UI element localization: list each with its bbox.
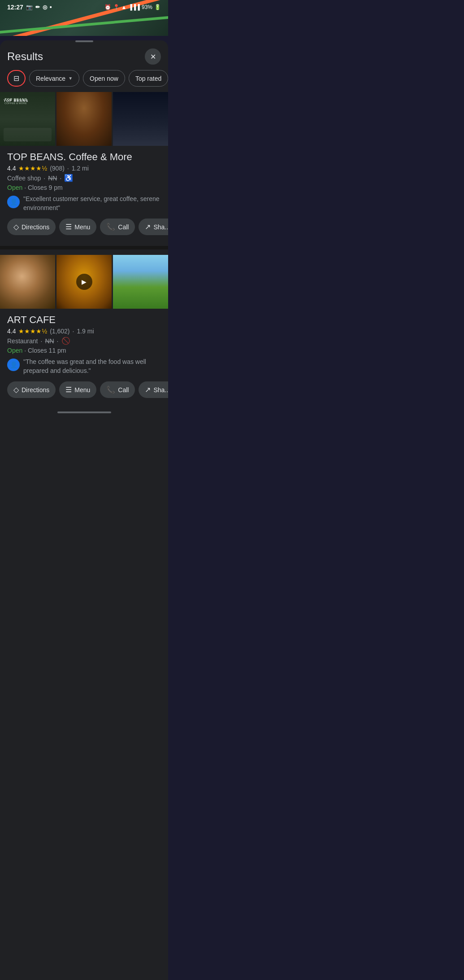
- directions-button-2[interactable]: ◇ Directions: [7, 381, 56, 398]
- status-icons: ⏰ 📍 ▲ ▐▐▐ 93% 🔋: [104, 4, 161, 10]
- type-row-top-beans: Coffee shop · NN · ♿: [7, 174, 161, 182]
- share-label: Sha...: [153, 223, 168, 231]
- call-button[interactable]: 📞 Call: [100, 219, 135, 235]
- stars-art-cafe: ★★★★½: [18, 328, 47, 335]
- price-level: NN: [48, 175, 57, 182]
- share-button[interactable]: ↗ Sha...: [139, 219, 168, 235]
- chevron-down-icon: ▼: [68, 76, 73, 81]
- menu-button[interactable]: ☰ Menu: [59, 219, 96, 235]
- open-now-label: Open now: [90, 75, 118, 82]
- filter-bar: ⊟ Relevance ▼ Open now Top rated W...: [0, 70, 168, 92]
- place-info-top-beans: TOP BEANS. Coffee & More 4.4 ★★★★½ (908)…: [0, 151, 168, 212]
- art-cafe-image-2[interactable]: ▶: [56, 255, 112, 309]
- map-background: 12:27 📷 ✏ ◎ • ⏰ 📍 ▲ ▐▐▐ 93% 🔋: [0, 0, 168, 36]
- place-name-top-beans: TOP BEANS. Coffee & More: [7, 151, 161, 163]
- alarm-icon: ⏰: [104, 4, 111, 10]
- top-rated-label: Top rated: [135, 75, 161, 82]
- place-image-1[interactable]: TOP BEANS COFFEE & MORE: [0, 92, 55, 146]
- review-count-art-cafe: (1,602): [50, 328, 69, 335]
- review-row-art-cafe: 👤 "The coffee was great and the food was…: [7, 358, 161, 375]
- location-icon: ◎: [43, 4, 47, 10]
- rating-row-top-beans: 4.4 ★★★★½ (908) · 1.2 mi: [7, 165, 161, 172]
- type-row-art-cafe: Restaurant · NN · 🚫: [7, 337, 161, 345]
- art-cafe-image-3[interactable]: [113, 255, 168, 309]
- rating-row-art-cafe: 4.4 ★★★★½ (1,602) · 1.9 mi: [7, 328, 161, 335]
- phone-icon: 📞: [106, 223, 115, 231]
- call-button-2[interactable]: 📞 Call: [100, 381, 135, 398]
- place-image-2[interactable]: [56, 92, 112, 146]
- dot-indicator: •: [50, 4, 52, 11]
- signal-icon: ▐▐▐: [128, 4, 140, 10]
- relevance-label: Relevance: [36, 75, 65, 82]
- menu-icon: ☰: [65, 223, 72, 231]
- no-accessibility-icon: 🚫: [61, 337, 70, 345]
- share-label-2: Sha...: [153, 386, 168, 394]
- place-type-art-cafe: Restaurant: [7, 337, 38, 345]
- review-row-top-beans: 👤 "Excellent customer service, great cof…: [7, 195, 161, 212]
- gps-icon: 📍: [113, 4, 120, 10]
- stars-top-beans: ★★★★½: [18, 165, 47, 172]
- place-card-top-beans: TOP BEANS COFFEE & MORE TOP BEANS. Coffe…: [0, 92, 168, 242]
- relevance-filter[interactable]: Relevance ▼: [29, 70, 79, 87]
- place-name-art-cafe: ART CAFE: [7, 314, 161, 326]
- call-label-2: Call: [118, 386, 129, 394]
- place-type: Coffee shop: [7, 175, 41, 182]
- status-time: 12:27 📷 ✏ ◎ •: [7, 4, 52, 11]
- share-icon: ↗: [145, 223, 151, 231]
- edit-icon: ✏: [35, 4, 40, 10]
- menu-label-2: Menu: [74, 386, 90, 394]
- reviewer-avatar-art-cafe: 👤: [7, 359, 20, 371]
- battery-display: 93%: [142, 4, 152, 10]
- sheet-title: Results: [7, 50, 43, 63]
- close-button[interactable]: ✕: [145, 48, 161, 65]
- menu-icon-2: ☰: [65, 385, 72, 394]
- closing-time: · Closes 9 pm: [24, 184, 63, 191]
- review-count-top-beans: (908): [50, 165, 65, 172]
- open-label-art-cafe: Open: [7, 347, 22, 354]
- open-status-top-beans: Open · Closes 9 pm: [7, 184, 161, 191]
- directions-button[interactable]: ◇ Directions: [7, 219, 56, 235]
- reviewer-avatar: 👤: [7, 196, 20, 208]
- distance-art-cafe: 1.9 mi: [77, 328, 94, 335]
- directions-label-2: Directions: [22, 386, 49, 394]
- video-play-button[interactable]: ▶: [76, 274, 92, 290]
- directions-icon: ◇: [13, 223, 19, 231]
- rating-value: 4.4: [7, 165, 16, 172]
- wifi-icon: ▲: [121, 4, 127, 10]
- home-bar: [57, 411, 111, 413]
- review-text-top-beans: "Excellent customer service, great coffe…: [23, 195, 161, 212]
- sheet-handle: [75, 40, 93, 42]
- phone-icon-2: 📞: [106, 385, 115, 394]
- share-button-2[interactable]: ↗ Sha...: [139, 381, 168, 398]
- directions-label: Directions: [22, 223, 49, 231]
- camera-icon: 📷: [26, 4, 33, 10]
- time-display: 12:27: [7, 4, 23, 11]
- sheet-header: Results ✕: [0, 48, 168, 70]
- place-images-art-cafe[interactable]: ▶: [0, 249, 168, 314]
- top-rated-filter[interactable]: Top rated: [129, 70, 168, 87]
- distance-top-beans: 1.2 mi: [72, 165, 89, 172]
- bottom-sheet: Results ✕ ⊟ Relevance ▼ Open now Top rat…: [0, 40, 168, 980]
- place-card-art-cafe: ▶ ART CAFE 4.4 ★★★★½ (1,602) · 1.9 mi Re…: [0, 249, 168, 405]
- open-label: Open: [7, 184, 22, 191]
- home-indicator: [0, 409, 168, 418]
- status-bar: 12:27 📷 ✏ ◎ • ⏰ 📍 ▲ ▐▐▐ 93% 🔋: [0, 0, 168, 14]
- rating-value-art-cafe: 4.4: [7, 328, 16, 335]
- card-divider: [0, 246, 168, 249]
- filter-options-button[interactable]: ⊟: [7, 70, 26, 87]
- open-status-art-cafe: Open · Closes 11 pm: [7, 347, 161, 354]
- open-now-filter[interactable]: Open now: [83, 70, 125, 87]
- place-image-3[interactable]: [113, 92, 168, 146]
- closing-time-art-cafe: · Closes 11 pm: [24, 347, 66, 354]
- accessibility-icon: ♿: [64, 174, 73, 182]
- place-images-top-beans[interactable]: TOP BEANS COFFEE & MORE: [0, 92, 168, 151]
- price-level-art-cafe: NN: [45, 337, 54, 345]
- menu-label: Menu: [74, 223, 90, 231]
- menu-button-2[interactable]: ☰ Menu: [59, 381, 96, 398]
- action-buttons-art-cafe: ◇ Directions ☰ Menu 📞 Call ↗ Sha...: [0, 381, 168, 405]
- close-icon: ✕: [150, 52, 156, 61]
- sliders-icon: ⊟: [13, 74, 19, 83]
- call-label: Call: [118, 223, 129, 231]
- share-icon-2: ↗: [145, 385, 151, 394]
- art-cafe-image-1[interactable]: [0, 255, 55, 309]
